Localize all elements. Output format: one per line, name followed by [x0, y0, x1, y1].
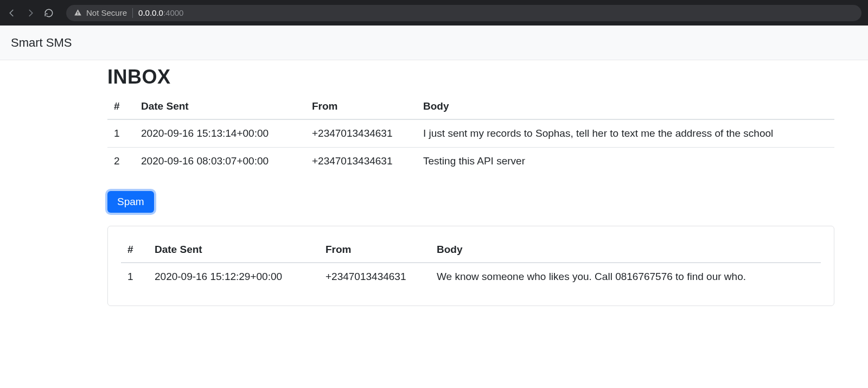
- cell-body: We know someone who likes you. Call 0816…: [430, 263, 821, 290]
- col-body: Body: [417, 93, 834, 119]
- col-date: Date Sent: [148, 236, 319, 263]
- not-secure-label: Not Secure: [86, 8, 127, 17]
- cell-date: 2020-09-16 15:12:29+00:00: [148, 263, 319, 290]
- cell-body: I just sent my records to Sophas, tell h…: [417, 119, 834, 148]
- cell-date: 2020-09-16 08:03:07+00:00: [135, 148, 305, 175]
- col-index: #: [107, 93, 135, 119]
- url-port: :4000: [163, 8, 184, 17]
- forward-button[interactable]: [25, 8, 36, 18]
- cell-index: 1: [121, 263, 148, 290]
- svg-rect-0: [78, 12, 78, 14]
- table-row[interactable]: 2 2020-09-16 08:03:07+00:00 +23470134346…: [107, 148, 834, 175]
- svg-rect-1: [78, 14, 78, 15]
- col-from: From: [319, 236, 430, 263]
- inbox-header-row: # Date Sent From Body: [107, 93, 834, 119]
- cell-date: 2020-09-16 15:13:14+00:00: [135, 119, 305, 148]
- back-button[interactable]: [7, 8, 17, 18]
- url-host: 0.0.0.0: [138, 8, 163, 17]
- not-secure-indicator: Not Secure: [74, 8, 127, 17]
- page-title: INBOX: [107, 66, 834, 88]
- cell-index: 1: [107, 119, 135, 148]
- main-container: INBOX # Date Sent From Body 1 2020-09-16…: [107, 60, 834, 306]
- brand[interactable]: Smart SMS: [11, 36, 72, 50]
- cell-from: +2347013434631: [305, 119, 417, 148]
- reload-button[interactable]: [43, 8, 54, 18]
- address-divider: [132, 8, 133, 18]
- url-display: 0.0.0.0:4000: [138, 8, 183, 17]
- cell-from: +2347013434631: [319, 263, 430, 290]
- spam-button[interactable]: Spam: [107, 191, 154, 213]
- spam-table: # Date Sent From Body 1 2020-09-16 15:12…: [121, 236, 821, 290]
- cell-index: 2: [107, 148, 135, 175]
- browser-chrome: Not Secure 0.0.0.0:4000: [0, 0, 868, 26]
- col-from: From: [305, 93, 417, 119]
- address-bar[interactable]: Not Secure 0.0.0.0:4000: [66, 5, 861, 21]
- cell-body: Testing this API server: [417, 148, 834, 175]
- spam-card: # Date Sent From Body 1 2020-09-16 15:12…: [107, 226, 834, 306]
- warning-icon: [74, 9, 82, 17]
- col-date: Date Sent: [135, 93, 305, 119]
- app-navbar: Smart SMS: [0, 26, 868, 60]
- inbox-table: # Date Sent From Body 1 2020-09-16 15:13…: [107, 93, 834, 175]
- cell-from: +2347013434631: [305, 148, 417, 175]
- table-row[interactable]: 1 2020-09-16 15:13:14+00:00 +23470134346…: [107, 119, 834, 148]
- col-body: Body: [430, 236, 821, 263]
- spam-header-row: # Date Sent From Body: [121, 236, 821, 263]
- col-index: #: [121, 236, 148, 263]
- table-row[interactable]: 1 2020-09-16 15:12:29+00:00 +23470134346…: [121, 263, 821, 290]
